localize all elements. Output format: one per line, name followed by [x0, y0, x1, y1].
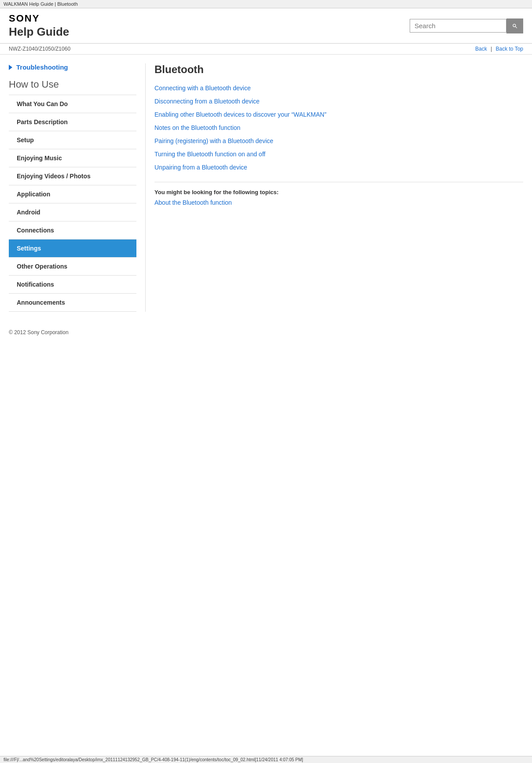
sidebar: Troubleshooting How to Use What You Can … — [9, 63, 145, 312]
sidebar-item-settings[interactable]: Settings — [9, 239, 136, 257]
might-looking-link-about-bluetooth[interactable]: About the Bluetooth function — [154, 199, 232, 206]
svg-point-0 — [513, 24, 516, 26]
nav-separator: | — [491, 46, 492, 52]
sidebar-item-other-operations[interactable]: Other Operations — [9, 257, 136, 275]
sidebar-item-announcements[interactable]: Announcements — [9, 293, 136, 312]
sidebar-item-what-you-can-do[interactable]: What You Can Do — [9, 95, 136, 113]
content-link-connecting[interactable]: Connecting with a Bluetooth device — [154, 85, 251, 92]
might-looking-label: You might be looking for the following t… — [154, 189, 523, 195]
sidebar-item-connections[interactable]: Connections — [9, 221, 136, 239]
svg-line-1 — [515, 26, 517, 28]
search-input[interactable] — [410, 19, 506, 33]
content-link-turning[interactable]: Turning the Bluetooth function on and of… — [154, 151, 265, 158]
sony-logo: SONY — [9, 13, 69, 24]
sidebar-item-setup[interactable]: Setup — [9, 131, 136, 149]
model-number: NWZ-Z1040/Z1050/Z1060 — [9, 46, 70, 52]
content-link-notes[interactable]: Notes on the Bluetooth function — [154, 124, 240, 131]
troubleshooting-link[interactable]: Troubleshooting — [9, 63, 136, 71]
nav-bar: NWZ-Z1040/Z1050/Z1060 Back | Back to Top — [0, 44, 532, 55]
sidebar-item-application[interactable]: Application — [9, 185, 136, 203]
sidebar-item-parts-description[interactable]: Parts Description — [9, 113, 136, 131]
footer: © 2012 Sony Corporation — [0, 321, 532, 344]
copyright: © 2012 Sony Corporation — [9, 329, 69, 335]
search-button[interactable] — [506, 18, 523, 33]
sidebar-item-android[interactable]: Android — [9, 203, 136, 221]
might-looking-section: You might be looking for the following t… — [154, 182, 523, 206]
sidebar-item-enjoying-videos-photos[interactable]: Enjoying Videos / Photos — [9, 167, 136, 185]
sidebar-items-container: What You Can DoParts DescriptionSetupEnj… — [9, 95, 136, 312]
search-area — [410, 18, 523, 33]
header-branding: SONY Help Guide — [9, 13, 69, 39]
sidebar-item-enjoying-music[interactable]: Enjoying Music — [9, 149, 136, 167]
content-link-unpairing[interactable]: Unpairing from a Bluetooth device — [154, 164, 247, 171]
search-icon — [512, 22, 517, 29]
content-area: Bluetooth Connecting with a Bluetooth de… — [145, 63, 523, 312]
help-guide-title: Help Guide — [9, 25, 69, 39]
content-links-list: Connecting with a Bluetooth deviceDiscon… — [154, 85, 523, 171]
content-link-disconnecting[interactable]: Disconnecting from a Bluetooth device — [154, 98, 260, 105]
main-container: Troubleshooting How to Use What You Can … — [0, 55, 532, 321]
how-to-use-title: How to Use — [9, 79, 136, 90]
content-title: Bluetooth — [154, 63, 523, 76]
sidebar-item-notifications[interactable]: Notifications — [9, 275, 136, 293]
might-looking-links: About the Bluetooth function — [154, 199, 523, 206]
header: SONY Help Guide — [0, 8, 532, 44]
chevron-right-icon — [9, 65, 12, 70]
nav-links: Back | Back to Top — [475, 46, 523, 52]
back-link[interactable]: Back — [475, 46, 487, 52]
back-to-top-link[interactable]: Back to Top — [496, 46, 523, 52]
content-link-pairing[interactable]: Pairing (registering) with a Bluetooth d… — [154, 137, 273, 144]
content-link-enabling[interactable]: Enabling other Bluetooth devices to disc… — [154, 111, 327, 118]
browser-title: WALKMAN Help Guide | Bluetooth — [0, 0, 532, 8]
